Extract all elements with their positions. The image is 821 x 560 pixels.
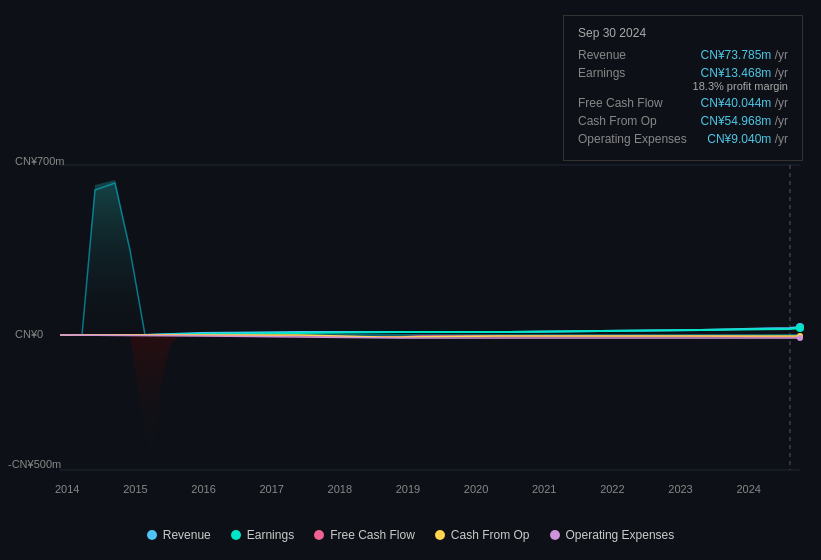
legend-fcf-dot <box>314 530 324 540</box>
x-label-2017: 2017 <box>259 483 283 495</box>
tooltip-fcf-row: Free Cash Flow CN¥40.044m /yr <box>578 96 788 110</box>
svg-point-9 <box>797 335 803 341</box>
tooltip-cashfromop-value: CN¥54.968m /yr <box>701 114 788 128</box>
tooltip-panel: Sep 30 2024 Revenue CN¥73.785m /yr Earni… <box>563 15 803 161</box>
svg-point-6 <box>796 324 804 332</box>
x-label-2015: 2015 <box>123 483 147 495</box>
x-label-2014: 2014 <box>55 483 79 495</box>
legend-revenue-label: Revenue <box>163 528 211 542</box>
legend-earnings-label: Earnings <box>247 528 294 542</box>
tooltip-revenue-value: CN¥73.785m /yr <box>701 48 788 62</box>
tooltip-earnings-value: CN¥13.468m /yr <box>693 66 788 80</box>
chart-container: CN¥700m CN¥0 -CN¥500m 2014 2015 2016 201… <box>0 0 821 560</box>
tooltip-revenue-row: Revenue CN¥73.785m /yr <box>578 48 788 62</box>
y-label-zero: CN¥0 <box>15 328 43 340</box>
tooltip-fcf-label: Free Cash Flow <box>578 96 663 110</box>
x-label-2024: 2024 <box>736 483 760 495</box>
x-label-2023: 2023 <box>668 483 692 495</box>
legend-cashfromop-label: Cash From Op <box>451 528 530 542</box>
x-label-2016: 2016 <box>191 483 215 495</box>
tooltip-revenue-label: Revenue <box>578 48 626 62</box>
x-label-2018: 2018 <box>328 483 352 495</box>
legend-opex-label: Operating Expenses <box>566 528 675 542</box>
tooltip-opex-label: Operating Expenses <box>578 132 687 146</box>
legend-opex[interactable]: Operating Expenses <box>550 528 675 542</box>
tooltip-cashfromop-label: Cash From Op <box>578 114 657 128</box>
legend-fcf-label: Free Cash Flow <box>330 528 415 542</box>
x-label-2020: 2020 <box>464 483 488 495</box>
legend-fcf[interactable]: Free Cash Flow <box>314 528 415 542</box>
legend-earnings[interactable]: Earnings <box>231 528 294 542</box>
y-label-top: CN¥700m <box>15 155 65 167</box>
tooltip-opex-value: CN¥9.040m /yr <box>707 132 788 146</box>
tooltip-earnings-row: Earnings CN¥13.468m /yr 18.3% profit mar… <box>578 66 788 92</box>
profit-margin: 18.3% profit margin <box>693 80 788 92</box>
chart-legend: Revenue Earnings Free Cash Flow Cash Fro… <box>0 528 821 542</box>
legend-cashfromop-dot <box>435 530 445 540</box>
legend-opex-dot <box>550 530 560 540</box>
tooltip-cashfromop-row: Cash From Op CN¥54.968m /yr <box>578 114 788 128</box>
x-label-2022: 2022 <box>600 483 624 495</box>
legend-earnings-dot <box>231 530 241 540</box>
x-label-2019: 2019 <box>396 483 420 495</box>
legend-revenue[interactable]: Revenue <box>147 528 211 542</box>
tooltip-fcf-value: CN¥40.044m /yr <box>701 96 788 110</box>
legend-revenue-dot <box>147 530 157 540</box>
x-label-2021: 2021 <box>532 483 556 495</box>
tooltip-earnings-label: Earnings <box>578 66 625 80</box>
y-label-bottom: -CN¥500m <box>8 458 61 470</box>
tooltip-date: Sep 30 2024 <box>578 26 788 40</box>
legend-cashfromop[interactable]: Cash From Op <box>435 528 530 542</box>
tooltip-opex-row: Operating Expenses CN¥9.040m /yr <box>578 132 788 146</box>
